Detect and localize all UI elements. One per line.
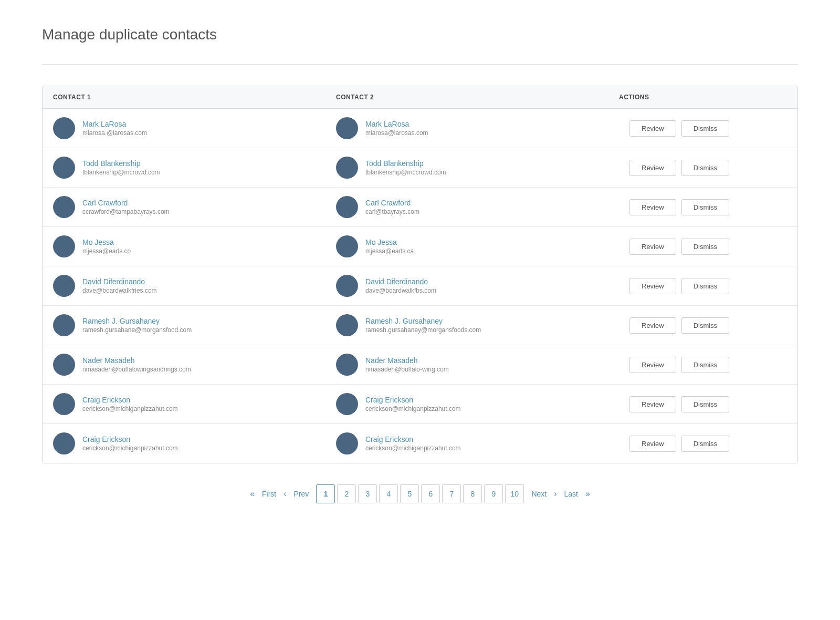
table-row: Craig Erickson cerickson@michiganpizzahu… — [43, 424, 797, 463]
contact1-email: ramesh.gursahane@morgansfood.com — [82, 326, 192, 334]
avatar — [336, 432, 358, 454]
contact1-info: Ramesh J. Gursahaney ramesh.gursahane@mo… — [82, 317, 192, 334]
page-number-button[interactable]: 9 — [484, 484, 503, 503]
contact1-cell: Mark LaRosa mlarosa.@larosas.com — [53, 117, 336, 139]
contact1-cell: David Diferdinando dave@boardwalkfries.c… — [53, 275, 336, 297]
contact1-email: tblankenship@mcrowd.com — [82, 169, 160, 176]
contact1-cell: Craig Erickson cerickson@michiganpizzahu… — [53, 393, 336, 415]
review-button[interactable]: Review — [629, 278, 676, 294]
avatar — [53, 196, 75, 218]
dismiss-button[interactable]: Dismiss — [681, 239, 730, 255]
contact1-info: Craig Erickson cerickson@michiganpizzahu… — [82, 435, 178, 452]
contact2-cell: Carl Crawford carl@tbayrays.com — [336, 196, 619, 218]
page-number-button[interactable]: 2 — [337, 484, 356, 503]
review-button[interactable]: Review — [629, 239, 676, 255]
page-number-button[interactable]: 7 — [442, 484, 461, 503]
actions-cell: Review Dismiss — [619, 436, 787, 452]
dismiss-button[interactable]: Dismiss — [681, 278, 730, 294]
dismiss-button[interactable]: Dismiss — [681, 396, 730, 412]
dismiss-button[interactable]: Dismiss — [681, 317, 730, 334]
contact2-info: Craig Erickson cerickson@michiganpizzahu… — [365, 396, 461, 412]
contact2-info: Carl Crawford carl@tbayrays.com — [365, 199, 419, 215]
contact1-name: Mo Jessa — [82, 238, 131, 246]
avatar — [336, 117, 358, 139]
dismiss-button[interactable]: Dismiss — [681, 120, 730, 137]
review-button[interactable]: Review — [629, 199, 676, 215]
dismiss-button[interactable]: Dismiss — [681, 436, 730, 452]
contact1-info: David Diferdinando dave@boardwalkfries.c… — [82, 277, 157, 294]
contact1-cell: Carl Crawford ccrawford@tampabayrays.com — [53, 196, 336, 218]
table-header: CONTACT 1 CONTACT 2 ACTIONS — [43, 86, 797, 109]
table-row: Nader Masadeh nmasadeh@buffalowingsandri… — [43, 345, 797, 385]
contact1-cell: Mo Jessa mjessa@earls.co — [53, 235, 336, 257]
contact1-name: David Diferdinando — [82, 277, 157, 286]
page-number-button[interactable]: 8 — [463, 484, 482, 503]
contact1-info: Mark LaRosa mlarosa.@larosas.com — [82, 120, 147, 137]
header-actions: ACTIONS — [619, 94, 787, 101]
avatar — [336, 354, 358, 376]
contact2-cell: Todd Blankenship tblankenship@mccrowd.co… — [336, 157, 619, 179]
page-number-button[interactable]: 6 — [421, 484, 440, 503]
contact2-name: Mark LaRosa — [365, 120, 428, 128]
page-number-button[interactable]: 10 — [505, 484, 524, 503]
contact2-name: Mo Jessa — [365, 238, 414, 246]
contact1-info: Todd Blankenship tblankenship@mcrowd.com — [82, 159, 160, 176]
contact2-info: David Diferdinando dave@boardwalkfbs.com — [365, 277, 436, 294]
page-number-button[interactable]: 3 — [358, 484, 377, 503]
contact2-email: ramesh.gursahaney@morgansfoods.com — [365, 326, 481, 334]
actions-cell: Review Dismiss — [619, 278, 787, 294]
page-title: Manage duplicate contacts — [42, 26, 798, 43]
actions-cell: Review Dismiss — [619, 396, 787, 412]
actions-cell: Review Dismiss — [619, 160, 787, 176]
dismiss-button[interactable]: Dismiss — [681, 199, 730, 215]
actions-cell: Review Dismiss — [619, 120, 787, 137]
contact2-cell: Mark LaRosa mlarosa@larosas.com — [336, 117, 619, 139]
actions-cell: Review Dismiss — [619, 239, 787, 255]
contact1-cell: Ramesh J. Gursahaney ramesh.gursahane@mo… — [53, 314, 336, 336]
contact2-cell: David Diferdinando dave@boardwalkfbs.com — [336, 275, 619, 297]
dismiss-button[interactable]: Dismiss — [681, 357, 730, 373]
contact2-info: Mark LaRosa mlarosa@larosas.com — [365, 120, 428, 137]
divider — [42, 64, 798, 65]
avatar — [53, 157, 75, 179]
review-button[interactable]: Review — [629, 160, 676, 176]
contact1-email: mjessa@earls.co — [82, 247, 131, 255]
review-button[interactable]: Review — [629, 436, 676, 452]
actions-cell: Review Dismiss — [619, 357, 787, 373]
contact2-email: mjessa@earls.ca — [365, 247, 414, 255]
contact2-info: Ramesh J. Gursahaney ramesh.gursahaney@m… — [365, 317, 481, 334]
contact1-name: Craig Erickson — [82, 396, 178, 404]
page-number-button[interactable]: 4 — [379, 484, 398, 503]
actions-cell: Review Dismiss — [619, 317, 787, 334]
contact1-info: Mo Jessa mjessa@earls.co — [82, 238, 131, 255]
prev-chevron-icon: ‹ — [284, 489, 286, 499]
contact2-cell: Mo Jessa mjessa@earls.ca — [336, 235, 619, 257]
last-button[interactable]: Last — [560, 484, 582, 503]
contact2-info: Todd Blankenship tblankenship@mccrowd.co… — [365, 159, 446, 176]
header-contact1: CONTACT 1 — [53, 94, 336, 101]
contact1-cell: Todd Blankenship tblankenship@mcrowd.com — [53, 157, 336, 179]
review-button[interactable]: Review — [629, 357, 676, 373]
next-button[interactable]: Next — [527, 484, 551, 503]
contact1-name: Mark LaRosa — [82, 120, 147, 128]
contact2-cell: Craig Erickson cerickson@michiganpizzahu… — [336, 432, 619, 454]
page-number-button[interactable]: 5 — [400, 484, 419, 503]
prev-button[interactable]: Prev — [290, 484, 313, 503]
table-body: Mark LaRosa mlarosa.@larosas.com Mark La… — [43, 109, 797, 463]
contact1-name: Todd Blankenship — [82, 159, 160, 168]
avatar — [53, 275, 75, 297]
pagination: « First ‹ Prev 12345678910 Next › Last » — [42, 484, 798, 503]
dismiss-button[interactable]: Dismiss — [681, 160, 730, 176]
table-row: Carl Crawford ccrawford@tampabayrays.com… — [43, 188, 797, 227]
avatar — [336, 157, 358, 179]
avatar — [336, 393, 358, 415]
contact2-name: Craig Erickson — [365, 435, 461, 443]
avatar — [336, 235, 358, 257]
page-number-button[interactable]: 1 — [316, 484, 335, 503]
contact2-email: cerickson@michiganpizzahut.com — [365, 445, 461, 452]
review-button[interactable]: Review — [629, 396, 676, 412]
review-button[interactable]: Review — [629, 120, 676, 137]
first-button[interactable]: First — [258, 484, 280, 503]
review-button[interactable]: Review — [629, 317, 676, 334]
table-row: Ramesh J. Gursahaney ramesh.gursahane@mo… — [43, 306, 797, 345]
